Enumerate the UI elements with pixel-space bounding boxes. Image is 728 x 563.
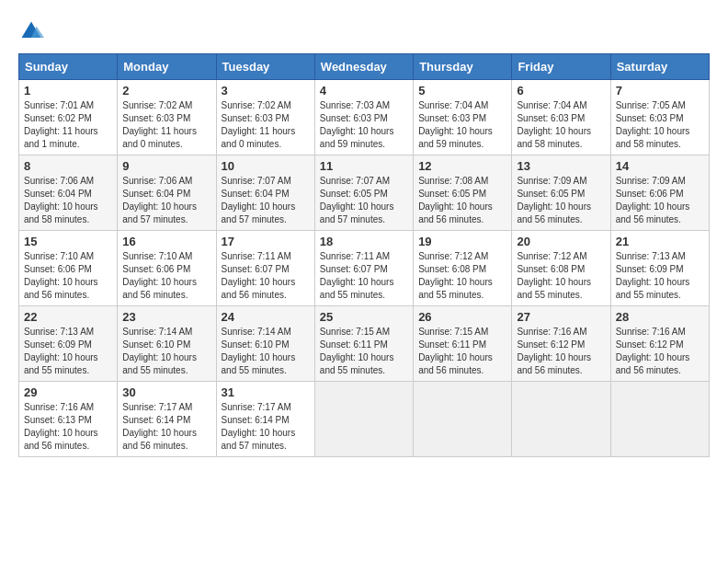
- calendar-cell: 8 Sunrise: 7:06 AMSunset: 6:04 PMDayligh…: [19, 155, 118, 231]
- day-number: 22: [24, 310, 112, 324]
- day-info: Sunrise: 7:02 AMSunset: 6:03 PMDaylight:…: [222, 99, 310, 151]
- calendar-cell: 25 Sunrise: 7:15 AMSunset: 6:11 PMDaylig…: [314, 306, 413, 382]
- day-number: 13: [517, 159, 605, 173]
- calendar-cell: 18 Sunrise: 7:11 AMSunset: 6:07 PMDaylig…: [314, 231, 413, 306]
- calendar-week-3: 15 Sunrise: 7:10 AMSunset: 6:06 PMDaylig…: [19, 231, 710, 306]
- day-number: 10: [222, 159, 310, 173]
- day-number: 11: [320, 159, 408, 173]
- day-info: Sunrise: 7:07 AMSunset: 6:05 PMDaylight:…: [320, 175, 408, 226]
- day-number: 3: [222, 84, 310, 98]
- day-info: Sunrise: 7:14 AMSunset: 6:10 PMDaylight:…: [122, 326, 210, 377]
- calendar-cell: 28 Sunrise: 7:16 AMSunset: 6:12 PMDaylig…: [610, 306, 709, 382]
- calendar-week-2: 8 Sunrise: 7:06 AMSunset: 6:04 PMDayligh…: [19, 155, 710, 231]
- calendar-cell: 6 Sunrise: 7:04 AMSunset: 6:03 PMDayligh…: [512, 80, 610, 155]
- calendar-cell: 24 Sunrise: 7:14 AMSunset: 6:10 PMDaylig…: [216, 306, 314, 382]
- calendar-cell: [314, 382, 413, 457]
- day-number: 23: [122, 310, 210, 324]
- day-info: Sunrise: 7:15 AMSunset: 6:11 PMDaylight:…: [320, 326, 408, 377]
- calendar-cell: 10 Sunrise: 7:07 AMSunset: 6:04 PMDaylig…: [216, 155, 314, 231]
- day-info: Sunrise: 7:10 AMSunset: 6:06 PMDaylight:…: [122, 250, 210, 302]
- calendar-cell: 29 Sunrise: 7:16 AMSunset: 6:13 PMDaylig…: [19, 382, 118, 457]
- day-info: Sunrise: 7:01 AMSunset: 6:02 PMDaylight:…: [24, 99, 112, 151]
- weekday-header-saturday: Saturday: [610, 54, 709, 80]
- day-info: Sunrise: 7:16 AMSunset: 6:13 PMDaylight:…: [24, 401, 112, 453]
- day-number: 29: [24, 385, 112, 399]
- calendar-cell: 9 Sunrise: 7:06 AMSunset: 6:04 PMDayligh…: [118, 155, 216, 231]
- weekday-header-wednesday: Wednesday: [314, 54, 413, 80]
- day-number: 18: [320, 235, 408, 248]
- weekday-header-friday: Friday: [512, 54, 610, 80]
- day-number: 16: [122, 235, 210, 248]
- day-info: Sunrise: 7:06 AMSunset: 6:04 PMDaylight:…: [122, 175, 210, 226]
- weekday-header-sunday: Sunday: [19, 54, 118, 80]
- calendar-cell: 22 Sunrise: 7:13 AMSunset: 6:09 PMDaylig…: [19, 306, 118, 382]
- day-info: Sunrise: 7:04 AMSunset: 6:03 PMDaylight:…: [517, 99, 605, 151]
- day-info: Sunrise: 7:05 AMSunset: 6:03 PMDaylight:…: [616, 99, 704, 151]
- calendar-cell: 12 Sunrise: 7:08 AMSunset: 6:05 PMDaylig…: [414, 155, 512, 231]
- calendar-table: SundayMondayTuesdayWednesdayThursdayFrid…: [18, 53, 710, 457]
- calendar-week-5: 29 Sunrise: 7:16 AMSunset: 6:13 PMDaylig…: [19, 382, 710, 457]
- calendar-cell: [414, 382, 512, 457]
- day-info: Sunrise: 7:03 AMSunset: 6:03 PMDaylight:…: [320, 99, 408, 151]
- day-number: 21: [616, 235, 704, 248]
- day-info: Sunrise: 7:14 AMSunset: 6:10 PMDaylight:…: [222, 326, 310, 377]
- day-info: Sunrise: 7:13 AMSunset: 6:09 PMDaylight:…: [24, 326, 112, 377]
- day-number: 1: [24, 84, 112, 98]
- day-number: 26: [418, 310, 506, 324]
- calendar-cell: 15 Sunrise: 7:10 AMSunset: 6:06 PMDaylig…: [19, 231, 118, 306]
- day-number: 2: [122, 84, 210, 98]
- day-number: 9: [122, 159, 210, 173]
- day-info: Sunrise: 7:16 AMSunset: 6:12 PMDaylight:…: [616, 326, 704, 377]
- day-number: 4: [320, 84, 408, 98]
- calendar-week-4: 22 Sunrise: 7:13 AMSunset: 6:09 PMDaylig…: [19, 306, 710, 382]
- logo-icon: [18, 18, 44, 44]
- calendar-cell: 2 Sunrise: 7:02 AMSunset: 6:03 PMDayligh…: [118, 80, 216, 155]
- day-number: 30: [122, 385, 210, 399]
- page-header: [18, 18, 710, 44]
- day-number: 20: [517, 235, 605, 248]
- day-info: Sunrise: 7:04 AMSunset: 6:03 PMDaylight:…: [418, 99, 506, 151]
- day-number: 19: [418, 235, 506, 248]
- day-number: 7: [616, 84, 704, 98]
- weekday-header-monday: Monday: [118, 54, 216, 80]
- day-info: Sunrise: 7:07 AMSunset: 6:04 PMDaylight:…: [222, 175, 310, 226]
- day-number: 6: [517, 84, 605, 98]
- weekday-header-tuesday: Tuesday: [216, 54, 314, 80]
- calendar-cell: [512, 382, 610, 457]
- calendar-cell: 21 Sunrise: 7:13 AMSunset: 6:09 PMDaylig…: [610, 231, 709, 306]
- day-number: 31: [222, 385, 310, 399]
- day-info: Sunrise: 7:10 AMSunset: 6:06 PMDaylight:…: [24, 250, 112, 302]
- calendar-cell: 31 Sunrise: 7:17 AMSunset: 6:14 PMDaylig…: [216, 382, 314, 457]
- day-number: 27: [517, 310, 605, 324]
- day-number: 17: [222, 235, 310, 248]
- calendar-cell: 13 Sunrise: 7:09 AMSunset: 6:05 PMDaylig…: [512, 155, 610, 231]
- day-number: 14: [616, 159, 704, 173]
- day-number: 12: [418, 159, 506, 173]
- calendar-cell: 7 Sunrise: 7:05 AMSunset: 6:03 PMDayligh…: [610, 80, 709, 155]
- day-number: 24: [222, 310, 310, 324]
- calendar-cell: 3 Sunrise: 7:02 AMSunset: 6:03 PMDayligh…: [216, 80, 314, 155]
- day-info: Sunrise: 7:02 AMSunset: 6:03 PMDaylight:…: [122, 99, 210, 151]
- calendar-cell: 16 Sunrise: 7:10 AMSunset: 6:06 PMDaylig…: [118, 231, 216, 306]
- calendar-cell: 27 Sunrise: 7:16 AMSunset: 6:12 PMDaylig…: [512, 306, 610, 382]
- calendar-cell: 20 Sunrise: 7:12 AMSunset: 6:08 PMDaylig…: [512, 231, 610, 306]
- calendar-cell: 30 Sunrise: 7:17 AMSunset: 6:14 PMDaylig…: [118, 382, 216, 457]
- day-info: Sunrise: 7:17 AMSunset: 6:14 PMDaylight:…: [222, 401, 310, 453]
- calendar-week-1: 1 Sunrise: 7:01 AMSunset: 6:02 PMDayligh…: [19, 80, 710, 155]
- day-info: Sunrise: 7:15 AMSunset: 6:11 PMDaylight:…: [418, 326, 506, 377]
- day-info: Sunrise: 7:08 AMSunset: 6:05 PMDaylight:…: [418, 175, 506, 226]
- logo: [18, 18, 48, 44]
- day-info: Sunrise: 7:12 AMSunset: 6:08 PMDaylight:…: [418, 250, 506, 302]
- day-info: Sunrise: 7:16 AMSunset: 6:12 PMDaylight:…: [517, 326, 605, 377]
- calendar-cell: 5 Sunrise: 7:04 AMSunset: 6:03 PMDayligh…: [414, 80, 512, 155]
- calendar-cell: 1 Sunrise: 7:01 AMSunset: 6:02 PMDayligh…: [19, 80, 118, 155]
- day-info: Sunrise: 7:09 AMSunset: 6:06 PMDaylight:…: [616, 175, 704, 226]
- calendar-cell: 17 Sunrise: 7:11 AMSunset: 6:07 PMDaylig…: [216, 231, 314, 306]
- calendar-cell: 23 Sunrise: 7:14 AMSunset: 6:10 PMDaylig…: [118, 306, 216, 382]
- calendar-cell: 11 Sunrise: 7:07 AMSunset: 6:05 PMDaylig…: [314, 155, 413, 231]
- day-info: Sunrise: 7:11 AMSunset: 6:07 PMDaylight:…: [222, 250, 310, 302]
- day-number: 8: [24, 159, 112, 173]
- day-info: Sunrise: 7:12 AMSunset: 6:08 PMDaylight:…: [517, 250, 605, 302]
- day-number: 25: [320, 310, 408, 324]
- calendar-cell: [610, 382, 709, 457]
